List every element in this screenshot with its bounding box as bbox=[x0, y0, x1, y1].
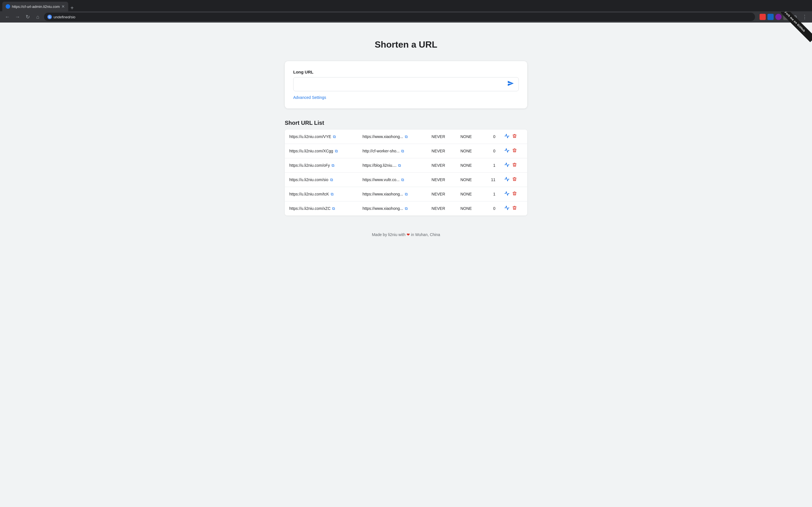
copy-long-url-icon[interactable]: ⧉ bbox=[401, 149, 404, 154]
table-row: https://u.li2niu.com/oFy ⧉ https://blog.… bbox=[285, 158, 527, 173]
stats-icon[interactable] bbox=[504, 177, 509, 183]
copy-short-url-icon[interactable]: ⧉ bbox=[330, 177, 333, 182]
url-input-row bbox=[293, 77, 519, 91]
stats-icon[interactable] bbox=[504, 148, 509, 154]
short-url-text: https://u.li2niu.com/VYE bbox=[289, 134, 331, 139]
footer: Made by li2niu with ❤ in Wuhan, China bbox=[285, 227, 527, 248]
delete-icon[interactable] bbox=[512, 163, 517, 168]
main-content: Shorten a URL Long URL Advanced Settings… bbox=[279, 22, 533, 260]
delete-icon[interactable] bbox=[512, 206, 517, 211]
long-url-input[interactable] bbox=[294, 82, 503, 87]
password-cell: NONE bbox=[456, 187, 482, 202]
long-url-text: https://blog.li2niu.... bbox=[363, 163, 397, 168]
copy-short-url-icon[interactable]: ⧉ bbox=[335, 149, 338, 154]
submit-button[interactable] bbox=[503, 80, 518, 89]
new-tab-button[interactable]: + bbox=[68, 5, 76, 11]
copy-short-url-icon[interactable]: ⧉ bbox=[332, 163, 335, 168]
short-url-cell: https://u.li2niu.com/tcK ⧉ bbox=[285, 187, 358, 202]
short-url-text: https://u.li2niu.com/tcK bbox=[289, 192, 329, 196]
password-cell: NONE bbox=[456, 144, 482, 158]
browser-favicon: G bbox=[47, 15, 52, 19]
extension-1[interactable] bbox=[760, 14, 766, 20]
address-bar[interactable]: G undefined/sio bbox=[44, 13, 755, 21]
extension-2[interactable] bbox=[767, 14, 774, 20]
clicks-cell: 1 bbox=[482, 158, 500, 173]
long-url-text: https://www.xiaohong... bbox=[363, 134, 403, 139]
actions-cell bbox=[500, 158, 527, 173]
short-url-text: https://u.li2niu.com/xZC bbox=[289, 206, 331, 211]
send-icon bbox=[507, 80, 514, 89]
table-row: https://u.li2niu.com/tcK ⧉ https://www.x… bbox=[285, 187, 527, 202]
actions-cell bbox=[500, 129, 527, 144]
refresh-button[interactable]: ↻ bbox=[24, 13, 32, 21]
password-cell: NONE bbox=[456, 129, 482, 144]
copy-long-url-icon[interactable]: ⧉ bbox=[405, 206, 408, 211]
tab-close-button[interactable]: ✕ bbox=[61, 4, 65, 9]
delete-icon[interactable] bbox=[512, 134, 517, 139]
address-text: undefined/sio bbox=[54, 15, 75, 19]
forward-button[interactable]: → bbox=[13, 13, 21, 21]
clicks-cell: 1 bbox=[482, 187, 500, 202]
page-title: Shorten a URL bbox=[285, 40, 527, 50]
footer-text-after: in Wuhan, China bbox=[410, 232, 440, 237]
long-url-cell: https://www.vultr.co... ⧉ bbox=[358, 173, 427, 187]
stats-icon[interactable] bbox=[504, 162, 509, 168]
long-url-cell: http://cf-worker-sho... ⧉ bbox=[358, 144, 427, 158]
expiry-cell: NEVER bbox=[427, 187, 456, 202]
active-tab[interactable]: https://cf-url-admin.li2niu.com ✕ bbox=[2, 2, 68, 11]
stats-icon[interactable] bbox=[504, 191, 509, 197]
delete-icon[interactable] bbox=[512, 191, 517, 197]
password-cell: NONE bbox=[456, 158, 482, 173]
long-url-text: https://www.xiaohong... bbox=[363, 206, 403, 211]
browser-nav: ← → ↻ ⌂ G undefined/sio ⚙ ⋮ bbox=[0, 11, 812, 22]
short-url-cell: https://u.li2niu.com/oFy ⧉ bbox=[285, 158, 358, 173]
short-url-text: https://u.li2niu.com/XCgg bbox=[289, 149, 333, 153]
advanced-settings-link[interactable]: Advanced Settings bbox=[293, 95, 326, 100]
github-ribbon[interactable]: Fork me on GitHub bbox=[781, 12, 812, 42]
clicks-cell: 0 bbox=[482, 144, 500, 158]
short-url-cell: https://u.li2niu.com/VYE ⧉ bbox=[285, 129, 358, 144]
long-url-cell: https://blog.li2niu.... ⧉ bbox=[358, 158, 427, 173]
copy-short-url-icon[interactable]: ⧉ bbox=[333, 134, 336, 139]
long-url-label: Long URL bbox=[293, 69, 519, 74]
extension-3[interactable] bbox=[775, 14, 781, 20]
long-url-cell: https://www.xiaohong... ⧉ bbox=[358, 187, 427, 202]
delete-icon[interactable] bbox=[512, 148, 517, 154]
url-list-section: Short URL List https://u.li2niu.com/VYE … bbox=[285, 120, 527, 216]
expiry-cell: NEVER bbox=[427, 144, 456, 158]
long-url-text: https://www.vultr.co... bbox=[363, 177, 400, 182]
short-url-text: https://u.li2niu.com/sio bbox=[289, 177, 328, 182]
stats-icon[interactable] bbox=[504, 205, 509, 212]
short-url-text: https://u.li2niu.com/oFy bbox=[289, 163, 330, 168]
long-url-text: https://www.xiaohong... bbox=[363, 192, 403, 196]
copy-long-url-icon[interactable]: ⧉ bbox=[405, 134, 408, 139]
footer-text-before: Made by li2niu with bbox=[372, 232, 407, 237]
copy-short-url-icon[interactable]: ⧉ bbox=[332, 206, 335, 211]
delete-icon[interactable] bbox=[512, 177, 517, 182]
copy-long-url-icon[interactable]: ⧉ bbox=[401, 177, 404, 182]
expiry-cell: NEVER bbox=[427, 202, 456, 216]
back-button[interactable]: ← bbox=[3, 13, 11, 21]
table-row: https://u.li2niu.com/xZC ⧉ https://www.x… bbox=[285, 202, 527, 216]
list-title: Short URL List bbox=[285, 120, 527, 126]
actions-cell bbox=[500, 187, 527, 202]
table-row: https://u.li2niu.com/sio ⧉ https://www.v… bbox=[285, 173, 527, 187]
footer-heart: ❤ bbox=[407, 232, 410, 237]
github-ribbon-wrapper: Fork me on GitHub bbox=[781, 12, 812, 43]
browser-tabs: https://cf-url-admin.li2niu.com ✕ + bbox=[2, 0, 76, 11]
copy-long-url-icon[interactable]: ⧉ bbox=[398, 163, 401, 168]
actions-cell bbox=[500, 144, 527, 158]
home-button[interactable]: ⌂ bbox=[34, 13, 42, 21]
table-row: https://u.li2niu.com/XCgg ⧉ http://cf-wo… bbox=[285, 144, 527, 158]
actions-cell bbox=[500, 202, 527, 216]
expiry-cell: NEVER bbox=[427, 173, 456, 187]
long-url-text: http://cf-worker-sho... bbox=[363, 149, 400, 153]
copy-short-url-icon[interactable]: ⧉ bbox=[331, 192, 334, 196]
tab-favicon bbox=[6, 4, 10, 9]
expiry-cell: NEVER bbox=[427, 158, 456, 173]
copy-long-url-icon[interactable]: ⧉ bbox=[405, 192, 408, 196]
stats-icon[interactable] bbox=[504, 133, 509, 140]
password-cell: NONE bbox=[456, 173, 482, 187]
shorten-card: Long URL Advanced Settings bbox=[285, 61, 527, 108]
clicks-cell: 0 bbox=[482, 129, 500, 144]
